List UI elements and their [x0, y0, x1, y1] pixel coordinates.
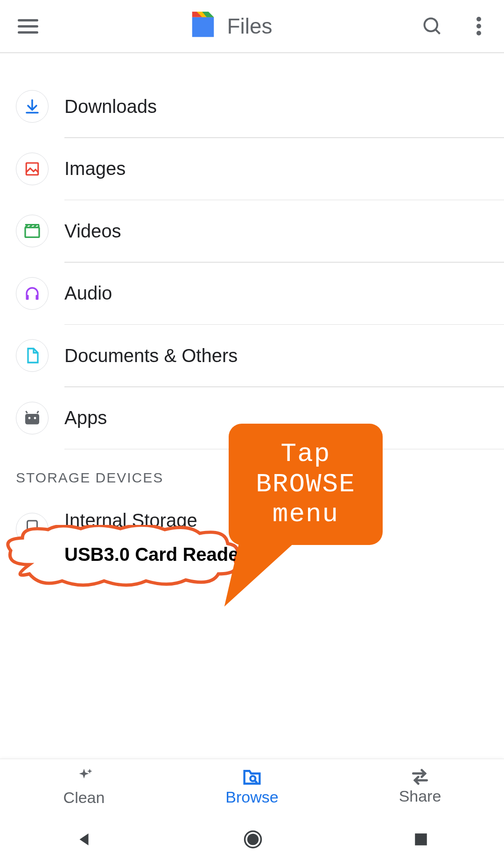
category-documents[interactable]: Documents & Others [0, 325, 504, 386]
android-icon [16, 402, 49, 434]
sys-recents-icon[interactable] [413, 831, 429, 849]
download-icon [16, 90, 49, 123]
sparkle-icon [74, 767, 94, 787]
app-title: Files [227, 14, 272, 39]
category-downloads[interactable]: Downloads [0, 76, 504, 137]
svg-point-17 [28, 417, 31, 419]
folder-search-icon [242, 768, 262, 786]
category-videos[interactable]: Videos [0, 200, 504, 262]
category-audio[interactable]: Audio [0, 263, 504, 324]
svg-rect-15 [36, 295, 39, 300]
category-label: Downloads [64, 96, 157, 117]
category-images[interactable]: Images [0, 138, 504, 200]
svg-rect-8 [25, 228, 39, 237]
svg-point-3 [476, 24, 481, 28]
svg-point-18 [34, 417, 36, 419]
svg-rect-7 [26, 163, 38, 175]
svg-line-24 [255, 781, 257, 783]
nav-label: Browse [225, 788, 278, 806]
svg-line-19 [26, 411, 28, 413]
files-app-logo-icon [189, 12, 217, 41]
nav-label: Clean [63, 789, 105, 807]
system-nav-bar [0, 815, 504, 866]
swap-arrows-icon [410, 768, 430, 785]
nav-browse[interactable]: Browse [168, 759, 336, 815]
sys-back-icon[interactable] [75, 831, 93, 850]
svg-line-20 [37, 411, 39, 413]
svg-rect-16 [25, 414, 39, 425]
bottom-nav: Clean Browse Share [0, 759, 504, 815]
svg-point-2 [476, 17, 481, 21]
app-bar: Files [0, 0, 504, 53]
category-label: Images [64, 158, 126, 179]
menu-icon[interactable] [18, 15, 40, 37]
search-icon[interactable] [421, 15, 443, 37]
image-icon [16, 153, 49, 185]
svg-line-1 [435, 29, 440, 34]
nav-label: Share [399, 787, 441, 805]
svg-point-4 [476, 31, 481, 35]
document-icon [16, 339, 49, 372]
annotation-callout: Tap BROWSE menu [229, 424, 383, 545]
sys-home-icon[interactable] [243, 830, 263, 851]
headphones-icon [16, 277, 49, 310]
annotation-highlight-text: USB3.0 Card Reader [64, 544, 246, 565]
svg-rect-14 [26, 295, 29, 300]
svg-point-0 [425, 19, 438, 32]
more-options-icon[interactable] [468, 15, 490, 37]
category-label: Videos [64, 221, 121, 242]
category-label: Apps [64, 407, 107, 428]
svg-point-23 [250, 776, 255, 781]
app-title-area: Files [40, 12, 421, 41]
svg-point-28 [247, 834, 259, 845]
nav-clean[interactable]: Clean [0, 759, 168, 815]
appbar-actions [421, 15, 490, 37]
video-icon [16, 215, 49, 247]
category-label: Audio [64, 283, 112, 304]
category-label: Documents & Others [64, 345, 238, 366]
svg-rect-29 [415, 833, 427, 845]
nav-share[interactable]: Share [336, 759, 504, 815]
